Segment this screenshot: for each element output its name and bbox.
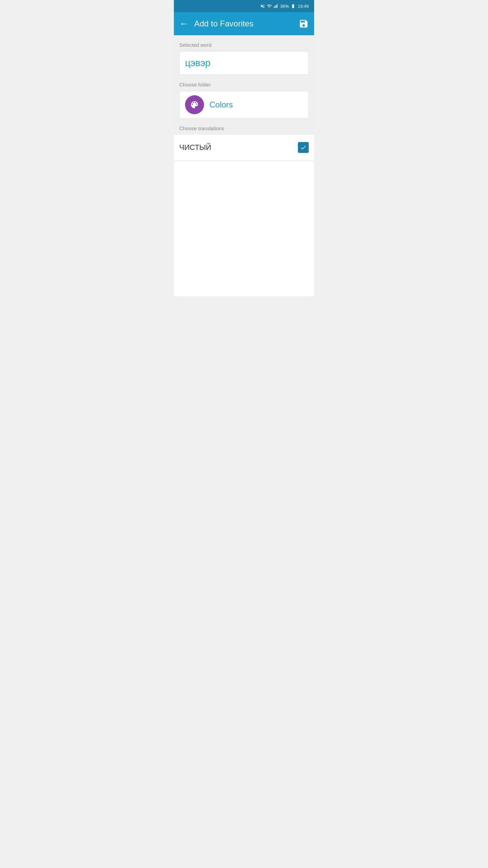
choose-translations-label: Choose translations — [179, 125, 309, 135]
save-icon — [299, 19, 309, 29]
status-time: 19:49 — [298, 4, 309, 9]
choose-folder-label: Choose folder — [179, 82, 309, 87]
app-bar: ← Add to Favorites — [174, 12, 314, 35]
content-area: Selected word цэвэр Choose folder Colors… — [174, 35, 314, 135]
folder-selector[interactable]: Colors — [179, 91, 309, 119]
translation-checkbox[interactable] — [298, 142, 309, 153]
mute-icon — [260, 4, 265, 8]
selected-word-text: цэвэр — [185, 58, 210, 68]
translation-item[interactable]: ЧИСТЫЙ — [174, 135, 314, 161]
wifi-icon — [267, 4, 272, 8]
svg-rect-3 — [277, 4, 278, 8]
save-button[interactable] — [299, 19, 309, 29]
translation-word: ЧИСТЫЙ — [179, 143, 211, 152]
battery-icon — [290, 4, 296, 8]
selected-word-label: Selected word — [179, 42, 309, 48]
signal-icon — [273, 4, 278, 8]
palette-icon — [190, 100, 199, 110]
checkmark-icon — [300, 144, 307, 151]
app-bar-title: Add to Favorites — [194, 19, 253, 28]
battery-percentage: 36% — [280, 4, 289, 9]
svg-rect-0 — [274, 6, 275, 8]
app-bar-left: ← Add to Favorites — [179, 19, 253, 28]
status-icons: 36% 19:49 — [260, 4, 309, 9]
folder-icon-circle — [185, 95, 204, 114]
status-bar: 36% 19:49 — [174, 0, 314, 12]
selected-word-box: цэвэр — [179, 51, 309, 75]
translations-list: ЧИСТЫЙ — [174, 135, 314, 161]
empty-content-area — [174, 161, 314, 296]
svg-rect-2 — [276, 5, 277, 8]
back-button[interactable]: ← — [179, 19, 189, 28]
folder-name-text: Colors — [209, 100, 233, 110]
svg-rect-1 — [275, 6, 276, 8]
